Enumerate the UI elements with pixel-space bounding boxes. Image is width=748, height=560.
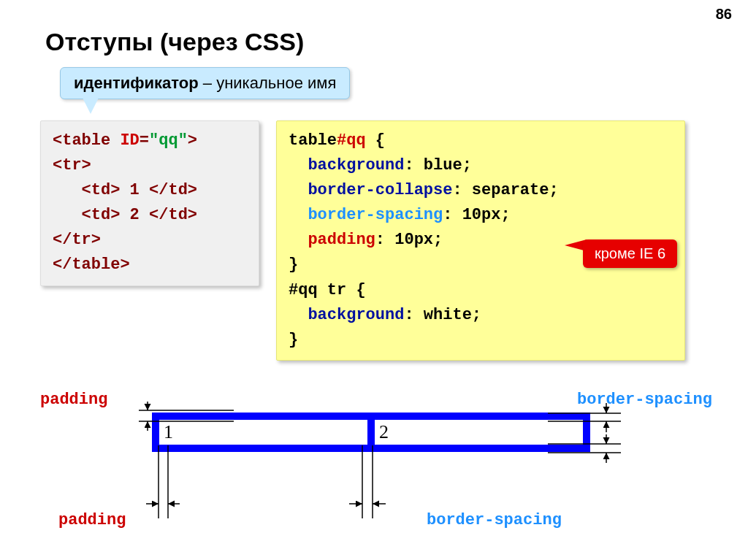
code-text: border-spacing: [308, 206, 443, 224]
code-text: table: [289, 131, 337, 150]
code-text: </table>: [53, 253, 247, 277]
code-text: <tr>: [53, 153, 247, 178]
code-text: <td> 1 </td>: [53, 178, 247, 203]
table-cell-2: 2: [375, 420, 583, 445]
code-text: {: [366, 131, 385, 150]
code-text: #qq tr {: [289, 278, 673, 303]
ie6-note: кроме IE 6: [583, 239, 677, 268]
slide-number: 86: [716, 6, 732, 23]
callout-strong: идентификатор: [74, 74, 199, 92]
label-padding-bot: padding: [58, 511, 126, 529]
code-text: : blue;: [404, 156, 471, 174]
code-text: =: [140, 131, 149, 150]
code-text: background: [308, 306, 404, 324]
table-row: 1 2: [159, 420, 583, 445]
demo-table: 1 2: [152, 413, 590, 452]
code-text: padding: [308, 231, 375, 249]
code-text: [289, 306, 308, 324]
code-text: : 10px;: [443, 206, 510, 224]
label-border-spacing-bot: border-spacing: [427, 511, 562, 529]
code-text: [289, 231, 308, 249]
label-border-spacing-top: border-spacing: [577, 391, 712, 409]
code-text: <table: [53, 131, 120, 150]
code-text: : 10px;: [375, 231, 443, 249]
code-text: [289, 156, 308, 174]
code-text: >: [188, 131, 197, 150]
code-text: }: [289, 328, 673, 353]
code-text: : separate;: [452, 181, 558, 199]
code-text: ID: [120, 131, 139, 150]
code-text: : white;: [404, 306, 481, 324]
code-text: [289, 206, 308, 224]
callout-rest: – уникальное имя: [199, 74, 337, 92]
callout-arrow-icon: [80, 93, 101, 114]
table-cell-1: 1: [159, 420, 367, 445]
code-html-block: <table ID="qq"> <tr> <td> 1 </td> <td> 2…: [40, 120, 259, 286]
page-title: Отступы (через CSS): [45, 28, 304, 56]
code-text: </tr>: [53, 228, 247, 253]
code-text: <td> 2 </td>: [53, 203, 247, 228]
label-padding-top: padding: [40, 391, 107, 409]
code-text: background: [308, 156, 404, 174]
callout-box: идентификатор – уникальное имя: [60, 67, 350, 99]
table-diagram: 1 2: [152, 413, 590, 452]
code-text: #qq: [337, 131, 366, 150]
code-text: [289, 181, 308, 199]
code-text: "qq": [149, 131, 188, 150]
code-text: border-collapse: [308, 181, 452, 199]
